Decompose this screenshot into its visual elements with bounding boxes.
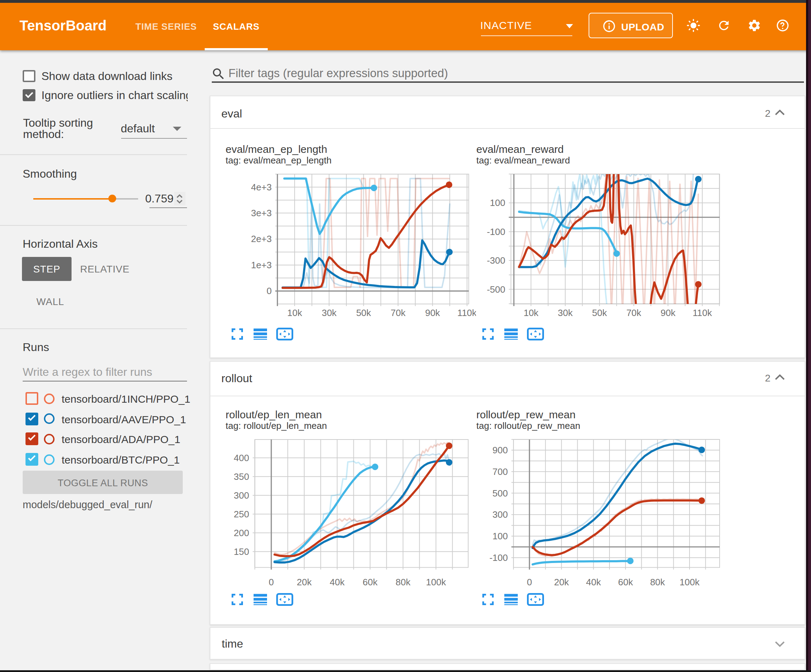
- svg-text:100k: 100k: [680, 577, 700, 587]
- svg-text:700: 700: [493, 466, 508, 477]
- svg-text:-100: -100: [487, 227, 506, 237]
- svg-text:300: 300: [493, 509, 508, 520]
- svg-text:60k: 60k: [363, 577, 378, 587]
- svg-text:100: 100: [490, 198, 505, 208]
- svg-text:90k: 90k: [425, 308, 440, 318]
- svg-text:40k: 40k: [586, 577, 601, 587]
- svg-text:50k: 50k: [592, 308, 607, 318]
- svg-text:60k: 60k: [618, 577, 633, 587]
- svg-text:30k: 30k: [558, 308, 573, 318]
- svg-text:0: 0: [527, 577, 532, 587]
- svg-text:80k: 80k: [395, 577, 411, 587]
- svg-text:0: 0: [267, 286, 271, 296]
- svg-text:30k: 30k: [322, 308, 337, 318]
- svg-text:-300: -300: [487, 255, 506, 266]
- svg-text:3e+3: 3e+3: [251, 208, 272, 218]
- svg-text:150: 150: [234, 547, 249, 557]
- svg-text:20k: 20k: [297, 577, 312, 587]
- svg-text:100k: 100k: [426, 577, 446, 587]
- svg-text:50k: 50k: [356, 308, 372, 318]
- svg-text:100: 100: [493, 531, 508, 542]
- svg-text:80k: 80k: [650, 577, 665, 587]
- svg-text:90k: 90k: [660, 308, 676, 318]
- svg-text:0: 0: [269, 577, 274, 587]
- svg-text:70k: 70k: [390, 308, 406, 318]
- svg-text:1e+3: 1e+3: [251, 260, 272, 270]
- svg-text:500: 500: [493, 488, 508, 499]
- svg-text:350: 350: [234, 471, 249, 482]
- svg-text:70k: 70k: [626, 308, 642, 318]
- svg-text:4e+3: 4e+3: [251, 182, 272, 193]
- svg-text:2e+3: 2e+3: [251, 234, 272, 244]
- svg-text:110k: 110k: [457, 308, 476, 318]
- svg-text:400: 400: [234, 453, 249, 463]
- svg-text:110k: 110k: [693, 308, 712, 318]
- svg-text:300: 300: [234, 490, 249, 501]
- svg-text:10k: 10k: [287, 308, 302, 318]
- svg-text:-100: -100: [489, 552, 508, 563]
- svg-text:20k: 20k: [554, 577, 569, 587]
- svg-text:900: 900: [493, 445, 508, 455]
- svg-text:10k: 10k: [523, 308, 539, 318]
- svg-text:200: 200: [234, 528, 249, 538]
- svg-text:250: 250: [234, 509, 249, 520]
- svg-text:40k: 40k: [330, 577, 345, 587]
- svg-text:-500: -500: [487, 284, 506, 295]
